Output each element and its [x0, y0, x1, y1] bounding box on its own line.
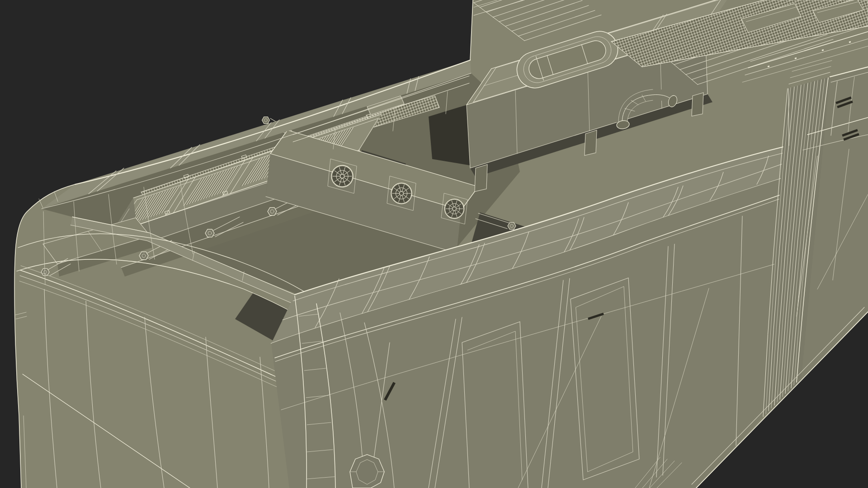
- wireframe-train-render: Shaded-wireframe 3D render of an articul…: [0, 0, 868, 488]
- front-step-box: [350, 455, 384, 488]
- render-root: Shaded-wireframe 3D render of an articul…: [0, 0, 868, 488]
